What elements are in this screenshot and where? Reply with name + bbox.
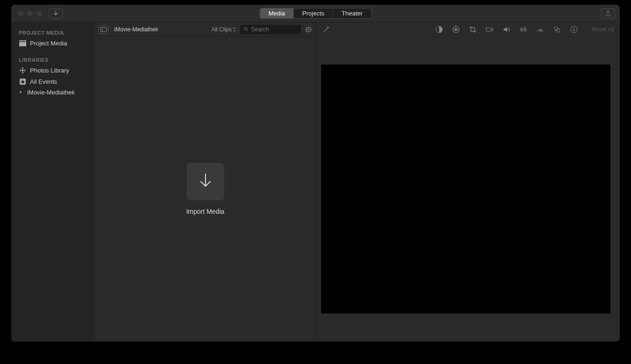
browser-body: Import Media [95,36,316,342]
browser-toolbar: iMovie-Mediathek All Clips [95,22,316,36]
color-balance-icon [435,25,443,34]
stabilization-button[interactable] [485,25,494,34]
media-browser: iMovie-Mediathek All Clips Impor [95,22,316,342]
close-window-button[interactable] [18,11,23,16]
color-correction-button[interactable] [452,25,460,34]
up-down-chevron-icon [233,27,236,32]
svg-point-33 [573,28,574,29]
speedometer-icon [536,25,544,34]
svg-point-20 [455,29,457,31]
sidebar: PROJECT MEDIA Project Media LIBRARIES Ph… [11,22,95,342]
browser-settings-button[interactable] [305,26,312,33]
sidebar-section-project-media: PROJECT MEDIA [11,28,95,37]
titlebar: Media Projects Theater [11,5,620,22]
svg-rect-27 [486,28,491,31]
sidebar-item-imovie-mediathek[interactable]: iMovie-Mediathek [11,87,95,98]
svg-point-14 [244,28,247,30]
search-field[interactable] [240,25,301,34]
minimize-window-button[interactable] [27,11,33,16]
tab-projects[interactable]: Projects [294,8,333,18]
svg-point-17 [308,29,309,30]
search-input[interactable] [251,26,298,33]
clip-filter-dropdown[interactable]: All Clips [212,26,236,33]
clip-filter-label: All Clips [212,26,232,33]
clapperboard-icon [19,39,26,47]
sidebar-item-label: All Events [30,78,57,85]
svg-point-26 [453,28,454,29]
sidebar-section-libraries: LIBRARIES [11,55,95,65]
noise-reduction-button[interactable] [519,25,528,34]
enhance-button[interactable] [322,25,330,34]
color-wheel-icon [452,25,460,34]
svg-point-8 [20,69,22,71]
viewer-toolbar: Reset All [316,22,620,36]
search-icon [244,27,249,32]
download-arrow-icon [198,172,213,191]
svg-point-25 [453,30,454,31]
import-media-tile[interactable] [187,163,224,200]
effects-button[interactable] [553,25,561,34]
viewer-panel: Reset All [316,22,620,342]
sidebar-toggle-button[interactable] [98,25,109,34]
gear-icon [305,26,312,33]
share-icon [605,10,611,17]
sidebar-item-photos-library[interactable]: Photos Library [11,65,95,76]
download-arrow-icon [53,10,59,17]
crop-icon [469,25,477,34]
speed-button[interactable] [536,25,544,34]
share-button[interactable] [601,8,615,19]
effects-circles-icon [553,25,561,34]
viewer-body [316,36,620,342]
import-button[interactable] [49,8,63,19]
svg-point-24 [455,31,456,32]
svg-point-23 [457,30,458,31]
main-area: PROJECT MEDIA Project Media LIBRARIES Ph… [11,22,620,342]
sidebar-item-label: Photos Library [30,67,69,74]
sidebar-panel-icon [100,27,107,32]
info-button[interactable] [570,25,578,34]
info-icon [570,25,578,34]
photos-flower-icon [19,66,26,74]
svg-point-9 [24,69,26,71]
view-segmented-control: Media Projects Theater [259,8,371,19]
traffic-lights [18,11,42,16]
volume-button[interactable] [502,25,511,34]
svg-point-22 [457,28,458,29]
sidebar-item-all-events[interactable]: All Events [11,76,95,87]
zoom-window-button[interactable] [37,11,42,16]
sidebar-item-label: iMovie-Mediathek [27,89,75,96]
crop-button[interactable] [469,25,477,34]
svg-point-7 [22,72,23,73]
svg-rect-0 [19,42,26,46]
app-window: Media Projects Theater PROJECT MEDIA Pro… [11,5,620,342]
color-balance-button[interactable] [435,25,443,34]
equalizer-icon [519,25,528,34]
sidebar-item-label: Project Media [30,40,67,47]
svg-point-6 [22,67,23,69]
svg-point-5 [22,69,23,71]
sidebar-item-project-media[interactable]: Project Media [11,37,95,49]
tab-theater[interactable]: Theater [333,8,371,18]
svg-point-21 [455,27,456,28]
tab-media[interactable]: Media [260,8,293,18]
svg-line-15 [247,30,248,31]
speaker-icon [502,25,511,34]
import-media-label: Import Media [186,208,225,215]
camera-icon [485,25,494,34]
magic-wand-icon [322,25,330,34]
browser-title: iMovie-Mediathek [114,26,158,33]
preview-screen [321,65,610,313]
svg-rect-12 [101,27,107,31]
star-icon [19,78,26,85]
reset-all-button[interactable]: Reset All [592,26,614,33]
